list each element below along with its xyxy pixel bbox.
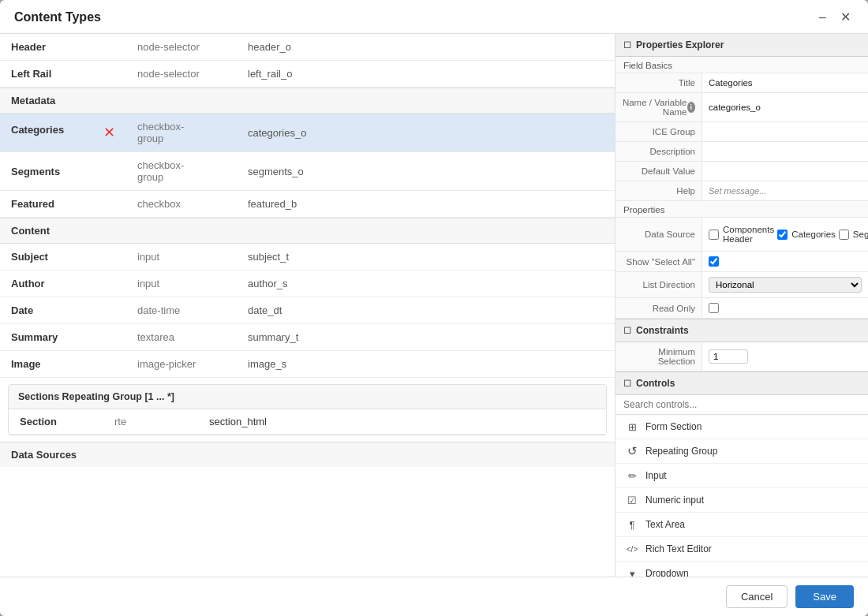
description-value [702,142,868,161]
row-name: Summary [0,324,126,351]
modal-title: Content Types [14,10,101,24]
datasource-option: Categories [777,227,836,242]
constraints-label: Constraints [636,325,689,336]
rich-text-editor-icon: </> [625,542,639,556]
cancel-button[interactable]: Cancel [726,585,788,608]
row-name: Featured [0,191,126,218]
properties-explorer-header: ☐ Properties Explorer [615,34,868,57]
repeating-group-icon: ↺ [625,444,639,458]
table-row[interactable]: Categories ✕ checkbox-group categories_o [0,114,615,152]
show-select-all-field: Show "Select All" [615,252,868,272]
input-icon: ✏ [625,469,639,483]
row-type: date-time [126,297,237,324]
row-name: Categories ✕ [0,114,126,152]
table-row[interactable]: Header node-selector header_o [0,34,615,61]
repeating-group-table: Section rte section_html [9,409,606,435]
table-row[interactable]: Author input author_s [0,271,615,297]
list-item[interactable]: </> Rich Text Editor [615,537,868,562]
control-label: Form Section [645,421,702,432]
list-item[interactable]: ↺ Repeating Group [615,439,868,464]
constraints-checkbox-icon: ☐ [623,326,631,336]
name-info-icon[interactable]: i [687,102,695,113]
delete-categories-button[interactable]: ✕ [103,124,115,141]
title-field: Title Categories [615,73,868,93]
datasource-segments-checkbox[interactable] [839,230,849,240]
name-label: Name / Variable Name i [615,93,702,121]
control-label: Input [645,470,667,481]
row-variable: featured_b [237,191,615,218]
minimum-selection-label: Minimum Selection [615,342,702,371]
metadata-table: Categories ✕ checkbox-group categories_o… [0,114,615,218]
read-only-checkbox[interactable] [709,303,719,313]
content-types-modal: Content Types – ✕ Header node-selector h… [0,0,868,616]
description-field: Description [615,142,868,162]
modal-header-actions: – ✕ [816,9,854,25]
save-button[interactable]: Save [795,585,854,608]
table-row[interactable]: Segments checkbox-group segments_o [0,152,615,191]
row-variable: subject_t [237,244,615,271]
properties-explorer-checkbox-icon: ☐ [623,40,631,50]
title-value: Categories [702,73,868,92]
control-label: Numeric input [645,495,704,506]
ice-group-value [702,122,868,141]
modal-body: Header node-selector header_o Left Rail … [0,34,868,577]
data-source-field: Data Source Components Header Categories [615,218,868,252]
help-label: Help [615,181,702,200]
row-variable: image_s [237,351,615,378]
list-item[interactable]: ✏ Input [615,464,868,488]
list-item[interactable]: ☑ Numeric input [615,488,868,513]
row-type: rte [103,409,198,435]
properties-label: Properties [615,201,868,218]
table-row[interactable]: Section rte section_html [9,409,606,435]
list-direction-label: List Direction [615,272,702,297]
list-direction-select[interactable]: Horizonal Vertical [709,277,862,293]
list-item[interactable]: ▾ Dropdown [615,562,868,577]
row-type: checkbox [126,191,237,218]
show-select-all-checkbox[interactable] [709,256,719,267]
row-type: checkbox-group [126,114,237,152]
ice-group-field: ICE Group [615,122,868,142]
row-variable: author_s [237,271,615,297]
table-row[interactable]: Featured checkbox featured_b [0,191,615,218]
default-value-value [702,162,868,181]
row-name: Image [0,351,126,378]
row-type: textarea [126,324,237,351]
content-table: Subject input subject_t Author input aut… [0,244,615,378]
row-variable: date_dt [237,297,615,324]
constraints-header: ☐ Constraints [615,319,868,342]
close-button[interactable]: ✕ [837,9,854,25]
ice-group-label: ICE Group [615,122,702,141]
controls-label: Controls [636,378,675,389]
minimize-button[interactable]: – [816,9,829,25]
data-source-label: Data Source [615,218,702,251]
read-only-field: Read Only [615,298,868,319]
table-row[interactable]: Left Rail node-selector left_rail_o [0,61,615,88]
help-field: Help Set message... [615,181,868,201]
control-label: Repeating Group [645,446,717,457]
text-area-icon: ¶ [625,517,639,532]
row-type: node-selector [126,34,237,61]
list-item[interactable]: ⊞ Form Section [615,415,868,439]
row-type: image-picker [126,351,237,378]
top-rows-table: Header node-selector header_o Left Rail … [0,34,615,88]
description-label: Description [615,142,702,161]
datasource-option: Segments [839,227,868,242]
repeating-group-header: Sections Repeating Group [1 ... *] [9,385,606,409]
datasource-components-header-checkbox[interactable] [709,230,719,240]
table-row[interactable]: Date date-time date_dt [0,297,615,324]
control-label: Dropdown [645,568,689,577]
controls-search-input[interactable] [615,395,868,415]
field-basics-section: Field Basics Title Categories Name / Var… [615,57,868,201]
table-row[interactable]: Image image-picker image_s [0,351,615,378]
datasource-categories-checkbox[interactable] [777,230,788,240]
table-row[interactable]: Subject input subject_t [0,244,615,271]
table-row[interactable]: Summary textarea summary_t [0,324,615,351]
help-value: Set message... [702,181,868,200]
minimum-selection-input[interactable] [709,349,748,364]
row-type: input [126,271,237,297]
show-select-all-label: Show "Select All" [615,252,702,271]
list-item[interactable]: ¶ Text Area [615,513,868,537]
row-name: Header [0,34,126,61]
name-value: categories_o [702,93,868,121]
row-name: Date [0,297,126,324]
